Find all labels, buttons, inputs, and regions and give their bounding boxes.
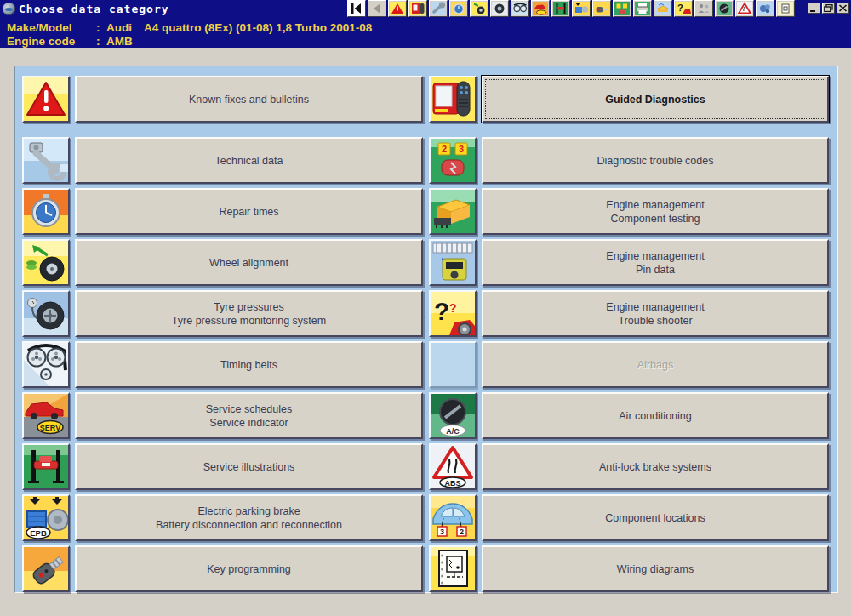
- wiring-diagrams-toolbar-button[interactable]: [756, 0, 774, 17]
- repair-times-toolbar-button[interactable]: [449, 0, 468, 17]
- technical-data-icon[interactable]: [22, 137, 70, 184]
- print-toolbar-button[interactable]: [633, 0, 652, 17]
- restore-icon: [824, 4, 833, 12]
- key-programming-toolbar-button[interactable]: [592, 0, 611, 17]
- category-button-wheel-alignment[interactable]: Wheel alignment: [75, 239, 423, 286]
- key-programming-icon[interactable]: [22, 545, 70, 592]
- category-row: Key programming Wiring diagrams: [22, 545, 837, 592]
- make-model-row: Make/Model:AudiA4 quattro (8Ex) (01-08) …: [7, 21, 372, 34]
- category-button-wiring-diagrams[interactable]: Wiring diagrams: [482, 545, 829, 592]
- category-button-airbags: Airbags: [482, 341, 829, 388]
- model-value: A4 quattro (8Ex) (01-08) 1,8 Turbo 2001-…: [144, 21, 372, 34]
- air-conditioning-toolbar-button[interactable]: [715, 0, 734, 17]
- electric-parking-brake-icon[interactable]: EPB: [22, 494, 70, 541]
- tyre-pressures-icon: [492, 2, 507, 15]
- svg-text:A/C: A/C: [446, 427, 460, 436]
- component-locations-icon[interactable]: 32: [429, 494, 477, 541]
- back-button[interactable]: [368, 0, 386, 17]
- category-row: Known fixes and bulletins Guided Diagnos…: [22, 76, 837, 123]
- svg-text:2: 2: [460, 528, 464, 536]
- button-label: Airbags: [637, 358, 673, 372]
- electric-parking-brake-toolbar-button[interactable]: [572, 0, 591, 17]
- button-label: Electric parking brake: [197, 505, 300, 518]
- service-illustrations-icon: [553, 2, 568, 15]
- guided-diagnostics-toolbar-button[interactable]: [408, 0, 427, 17]
- trouble-shooter-icon: ?: [676, 2, 691, 15]
- title-bar: Choose data category: [0, 0, 851, 18]
- service-schedules-icon[interactable]: SERV: [22, 392, 70, 439]
- category-button-tyre-pressures[interactable]: Tyre pressuresTyre pressure monitoring s…: [75, 290, 423, 337]
- first-page-button[interactable]: [347, 0, 366, 17]
- component-testing-icon[interactable]: [429, 188, 477, 235]
- category-row: EPB Electric parking brakeBattery discon…: [22, 494, 837, 541]
- button-label: Key programming: [207, 562, 291, 576]
- button-label: Timing belts: [220, 358, 277, 372]
- category-button-key-programming[interactable]: Key programming: [75, 545, 423, 592]
- abs-toolbar-button[interactable]: [735, 0, 754, 17]
- guided-diagnostics-icon[interactable]: [429, 76, 477, 123]
- button-label: Service indicator: [209, 416, 288, 430]
- button-label: Guided Diagnostics: [605, 93, 705, 106]
- abs-icon[interactable]: ABS: [429, 443, 477, 490]
- category-button-known-fixes[interactable]: Known fixes and bulletins: [75, 76, 423, 123]
- wheel-alignment-icon[interactable]: [22, 239, 70, 286]
- component-locations-toolbar-button[interactable]: [776, 0, 795, 17]
- trouble-shooter-toolbar-button[interactable]: ?: [674, 0, 693, 17]
- guided-diagnostics-icon: [410, 2, 426, 15]
- category-button-engine-component-testing[interactable]: Engine managementComponent testing: [482, 188, 829, 235]
- category-row: SERV Service schedulesService indicator …: [22, 392, 837, 439]
- category-button-timing-belts[interactable]: Timing belts: [75, 341, 423, 388]
- category-button-engine-trouble-shooter[interactable]: Engine managementTrouble shooter: [482, 290, 829, 337]
- technical-data-toolbar-button[interactable]: [429, 0, 448, 17]
- timing-belts-icon[interactable]: [22, 341, 70, 388]
- category-button-electric-parking-brake[interactable]: Electric parking brakeBattery disconnect…: [75, 494, 423, 541]
- first-page-icon: [349, 2, 364, 15]
- button-label: Known fixes and bulletins: [189, 93, 309, 106]
- category-button-abs[interactable]: Anti-lock brake systems: [482, 443, 829, 490]
- button-label: Diagnostic trouble codes: [597, 154, 714, 168]
- restore-button[interactable]: [822, 3, 835, 14]
- category-button-engine-pin-data[interactable]: Engine managementPin data: [482, 239, 829, 286]
- trouble-shooter-icon[interactable]: ??: [429, 290, 477, 337]
- wiring-diagrams-icon: [757, 2, 773, 15]
- svg-text:?: ?: [434, 297, 449, 325]
- timing-belts-toolbar-button[interactable]: [511, 0, 529, 17]
- category-button-diagnostic-trouble-codes[interactable]: Diagnostic trouble codes: [482, 137, 829, 184]
- tyre-pressures-toolbar-button[interactable]: [490, 0, 509, 17]
- category-button-air-conditioning[interactable]: Air conditioning: [482, 392, 829, 439]
- service-schedules-icon: [533, 2, 548, 15]
- button-label: Component testing: [611, 212, 700, 225]
- diagnostic-trouble-codes-toolbar-button[interactable]: [613, 0, 631, 17]
- technical-data-icon: [431, 2, 446, 15]
- known-fixes-icon[interactable]: [22, 76, 70, 123]
- category-button-repair-times[interactable]: Repair times: [75, 188, 423, 235]
- assistance-toolbar-button[interactable]: [694, 0, 713, 17]
- close-icon: [838, 4, 848, 12]
- button-label: Technical data: [215, 154, 283, 168]
- repair-times-icon[interactable]: [22, 188, 70, 235]
- service-illustrations-toolbar-button[interactable]: [551, 0, 570, 17]
- window-controls: [808, 3, 849, 14]
- window-title: Choose data category: [19, 3, 169, 15]
- tyre-pressures-icon[interactable]: [22, 290, 70, 337]
- known-fixes-toolbar-button[interactable]: [388, 0, 407, 17]
- category-button-service-schedules[interactable]: Service schedulesService indicator: [75, 392, 423, 439]
- toolbar: ?: [347, 0, 795, 17]
- close-button[interactable]: [837, 3, 849, 14]
- category-button-technical-data[interactable]: Technical data: [75, 137, 423, 184]
- air-conditioning-icon[interactable]: A/C: [429, 392, 477, 439]
- vehicle-header: Make/Model:AudiA4 quattro (8Ex) (01-08) …: [0, 18, 851, 48]
- service-schedules-toolbar-button[interactable]: [531, 0, 550, 17]
- diagnostic-trouble-codes-icon[interactable]: 23: [429, 137, 477, 184]
- category-row: Timing belts Airbags: [22, 341, 837, 388]
- minimize-button[interactable]: [808, 3, 820, 14]
- button-label: Wheel alignment: [209, 256, 288, 270]
- pin-data-icon[interactable]: [429, 239, 477, 286]
- category-button-component-locations[interactable]: Component locations: [482, 494, 829, 541]
- wiring-diagrams-icon[interactable]: [429, 545, 477, 592]
- wheel-alignment-toolbar-button[interactable]: [470, 0, 488, 17]
- service-illustrations-icon[interactable]: [22, 443, 70, 490]
- category-button-service-illustrations[interactable]: Service illustrations: [75, 443, 423, 490]
- category-button-guided-diagnostics[interactable]: Guided Diagnostics: [482, 76, 829, 123]
- component-testing-toolbar-button[interactable]: [654, 0, 672, 17]
